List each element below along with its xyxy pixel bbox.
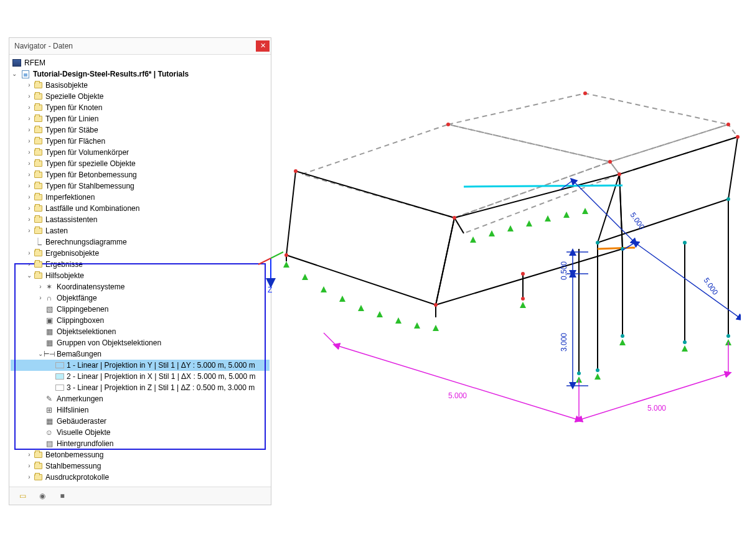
chevron-right-icon[interactable]: ›: [26, 192, 33, 203]
dim-value: 0.500: [560, 261, 568, 280]
folder-icon: [33, 226, 43, 235]
chevron-right-icon[interactable]: ›: [26, 225, 33, 236]
chevron-right-icon[interactable]: ›: [26, 169, 33, 180]
folder-icon: [33, 81, 43, 90]
svg-line-41: [560, 180, 573, 190]
tree-item-basisobjekte[interactable]: ›Basisobjekte: [11, 80, 270, 91]
chevron-right-icon[interactable]: ›: [26, 248, 33, 259]
tree-item-betonbemessung[interactable]: ›Betonbemessung: [11, 449, 270, 460]
chevron-right-icon[interactable]: ›: [26, 91, 33, 102]
tree-item-clippingebenen[interactable]: ▧Clippingebenen: [11, 304, 270, 315]
folder-icon: [33, 148, 43, 157]
doc-icon: [21, 70, 31, 78]
chevron-right-icon[interactable]: ›: [26, 158, 33, 169]
folder-icon: [33, 114, 43, 123]
tab-data-icon[interactable]: ▭: [16, 491, 29, 501]
dim-value: 3.000: [560, 333, 568, 352]
tree-item-lastfaelle[interactable]: ›Lastfälle und Kombinationen: [11, 203, 270, 214]
panel-footer-tabs: ▭ ◉ ■: [9, 487, 271, 505]
expander-icon[interactable]: ⌄: [11, 68, 18, 80]
tree-item-typen-stahl[interactable]: ›Typen für Stahlbemessung: [11, 180, 270, 192]
tree-item-clippingboxen[interactable]: ▣Clippingboxen: [11, 315, 270, 326]
tree-item-visuelle[interactable]: ☺Visuelle Objekte: [11, 427, 270, 438]
folder-icon: [33, 249, 43, 258]
folder-icon: [33, 103, 43, 112]
chevron-right-icon[interactable]: ›: [37, 292, 44, 304]
grid-icon: ▦: [44, 417, 54, 426]
tree-item-lastassistenten[interactable]: ›Lastassistenten: [11, 214, 270, 225]
tree-item-koordinatensysteme[interactable]: ›✶Koordinatensysteme: [11, 281, 270, 292]
chevron-right-icon[interactable]: ›: [26, 460, 33, 472]
person-icon: ☺: [44, 428, 54, 437]
tree-item-berechdiagramme[interactable]: ⎿Berechnungsdiagramme: [11, 236, 270, 248]
tab-view-icon[interactable]: ◉: [35, 491, 49, 501]
chevron-down-icon[interactable]: ⌄: [26, 270, 33, 281]
tree-item-gebaeuderaster[interactable]: ▦Gebäuderaster: [11, 416, 270, 427]
tree-item-stahlbemessung[interactable]: ›Stahlbemessung: [11, 460, 270, 472]
tree-item-bemassung1[interactable]: 1 - Linear | Projektion in Y | Stil 1 | …: [11, 360, 270, 371]
chevron-right-icon[interactable]: ›: [37, 281, 44, 292]
plane-icon: ▧: [44, 305, 54, 314]
chevron-right-icon[interactable]: ›: [26, 136, 33, 147]
tree-item-anmerkungen[interactable]: ✎Anmerkungen: [11, 393, 270, 404]
chevron-right-icon[interactable]: ›: [26, 449, 33, 460]
tab-views-icon[interactable]: ■: [55, 491, 69, 501]
svg-point-26: [726, 334, 730, 338]
file-node[interactable]: ⌄ Tutorial-Design-Steel-Results.rf6* | T…: [11, 68, 270, 80]
svg-line-36: [324, 333, 336, 345]
folder-icon: [33, 215, 43, 224]
dim-value: 5.000: [629, 211, 647, 231]
tree-item-typen-knoten[interactable]: ›Typen für Knoten: [11, 102, 270, 113]
app-icon: [12, 58, 22, 67]
tree-item-ausdruck[interactable]: ›Ausdruckprotokolle: [11, 472, 270, 483]
tree-item-typen-linien[interactable]: ›Typen für Linien: [11, 113, 270, 124]
svg-point-23: [596, 368, 599, 372]
tree-item-typen-volumen[interactable]: ›Typen für Volumenkörper: [11, 147, 270, 158]
chevron-right-icon[interactable]: ›: [26, 214, 33, 225]
tree-item-hilfslinien[interactable]: ⊞Hilfslinien: [11, 404, 270, 416]
close-button[interactable]: ✕: [256, 40, 270, 52]
tree-item-typen-beton[interactable]: ›Typen für Betonbemessung: [11, 169, 270, 180]
tree-item-ergebnisse[interactable]: ›Ergebnisse: [11, 259, 270, 270]
svg-point-18: [726, 123, 730, 126]
tree-item-bemassungen[interactable]: ⌄⊢⊣Bemaßungen: [11, 348, 270, 360]
svg-point-19: [736, 135, 740, 139]
folder-icon: [33, 450, 43, 459]
tree-item-lasten[interactable]: ›Lasten: [11, 225, 270, 236]
model-svg: Z 5.000 5.000 5.000 5.000: [249, 87, 741, 460]
chevron-right-icon[interactable]: ›: [26, 472, 33, 483]
tree-item-imperfektionen[interactable]: ›Imperfektionen: [11, 192, 270, 203]
tree-item-ergebnisobjekte[interactable]: ›Ergebnisobjekte: [11, 248, 270, 259]
svg-line-32: [271, 252, 283, 258]
tree-item-gruppen[interactable]: ▦Gruppen von Objektselektionen: [11, 337, 270, 348]
chevron-right-icon[interactable]: ›: [26, 180, 33, 192]
tree-item-objektfaenge[interactable]: ›∩Objektfänge: [11, 292, 270, 304]
grid-icon: ⊞: [44, 406, 54, 414]
tree-item-typen-spezielle[interactable]: ›Typen für spezielle Objekte: [11, 158, 270, 169]
tree-item-typen-staebe[interactable]: ›Typen für Stäbe: [11, 124, 270, 136]
model-viewport: Z 5.000 5.000 5.000 5.000: [249, 87, 741, 460]
tree-item-bemassung2[interactable]: 2 - Linear | Projektion in X | Stil 1 | …: [11, 371, 270, 382]
box-icon: ▣: [44, 316, 54, 325]
root-rfem[interactable]: RFEM: [11, 57, 270, 68]
tree-item-hintergrund[interactable]: ▤Hintergrundfolien: [11, 438, 270, 449]
tree-item-hilfsobjekte[interactable]: ⌄Hilfsobjekte: [11, 270, 270, 281]
chevron-right-icon[interactable]: ›: [26, 203, 33, 214]
folder-icon: [33, 92, 43, 101]
chevron-right-icon[interactable]: ›: [26, 259, 33, 270]
navigator-panel: Navigator - Daten ✕ RFEM ⌄ Tutorial-Desi…: [9, 37, 271, 505]
chevron-right-icon[interactable]: ›: [26, 80, 33, 91]
chevron-right-icon[interactable]: ›: [26, 124, 33, 136]
svg-point-14: [446, 123, 450, 126]
chevron-right-icon[interactable]: ›: [26, 147, 33, 158]
tree-item-spezielle[interactable]: ›Spezielle Objekte: [11, 91, 270, 102]
folder-icon: [33, 193, 43, 202]
tree-item-objektselektionen[interactable]: ▦Objektselektionen: [11, 326, 270, 337]
svg-point-29: [726, 197, 730, 201]
tree-item-typen-flaechen[interactable]: ›Typen für Flächen: [11, 136, 270, 147]
chevron-right-icon[interactable]: ›: [26, 102, 33, 113]
folder-icon: [33, 204, 43, 213]
folder-icon: [33, 137, 43, 146]
chevron-right-icon[interactable]: ›: [26, 113, 33, 124]
tree-item-bemassung3[interactable]: 3 - Linear | Projektion in Z | Stil 1 | …: [11, 382, 270, 393]
